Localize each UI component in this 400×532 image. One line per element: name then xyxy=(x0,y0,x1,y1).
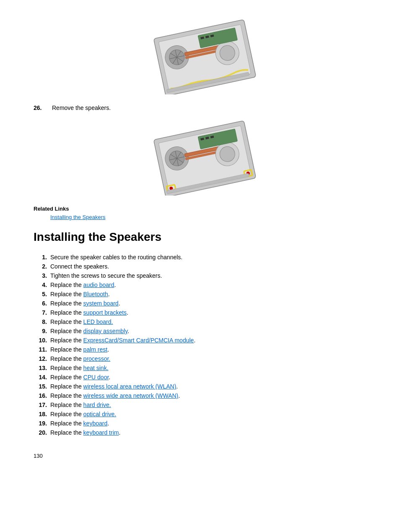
step-number: 3. xyxy=(34,272,50,279)
related-link-installing-speakers[interactable]: Installing the Speakers xyxy=(34,214,106,220)
step-number: 11. xyxy=(34,346,50,353)
step-link-processor[interactable]: processor. xyxy=(83,355,111,362)
step-number: 20. xyxy=(34,429,50,436)
step-link-keyboard[interactable]: keyboard xyxy=(83,420,108,427)
list-item: 15.Replace the wireless local area netwo… xyxy=(34,383,366,390)
list-item: 3.Tighten the screws to secure the speak… xyxy=(34,272,366,279)
step-content: Replace the keyboard. xyxy=(50,420,366,427)
list-item: 6.Replace the system board. xyxy=(34,300,366,307)
step-number: 19. xyxy=(34,420,50,427)
step-content: Replace the keyboard trim. xyxy=(50,429,366,436)
step-number: 16. xyxy=(34,392,50,399)
step-number: 17. xyxy=(34,402,50,408)
steps-list: 1.Secure the speaker cables to the routi… xyxy=(34,254,366,436)
step-content: Replace the heat sink. xyxy=(50,365,366,371)
page-number: 130 xyxy=(34,453,366,459)
list-item: 16.Replace the wireless wide area networ… xyxy=(34,392,366,399)
step-content: Secure the speaker cables to the routing… xyxy=(50,254,366,261)
step-content: Replace the wireless local area network … xyxy=(50,383,366,390)
list-item: 14.Replace the CPU door. xyxy=(34,374,366,381)
step-number: 1. xyxy=(34,254,50,261)
list-item: 20.Replace the keyboard trim. xyxy=(34,429,366,436)
step-content: Replace the system board. xyxy=(50,300,366,307)
list-item: 12.Replace the processor. xyxy=(34,355,366,362)
step-link-hard_drive[interactable]: hard drive. xyxy=(83,402,111,408)
list-item: 18.Replace the optical drive. xyxy=(34,411,366,417)
step-content: Replace the processor. xyxy=(50,355,366,362)
step-number: 9. xyxy=(34,328,50,334)
list-item: 7.Replace the support brackets. xyxy=(34,309,366,316)
list-item: 11.Replace the palm rest. xyxy=(34,346,366,353)
step-content: Replace the audio board. xyxy=(50,282,366,288)
step-content: Tighten the screws to secure the speaker… xyxy=(50,272,366,279)
list-item: 2.Connect the speakers. xyxy=(34,263,366,270)
step-link-cpu_door[interactable]: CPU door xyxy=(83,374,109,381)
step-link-heat_sink[interactable]: heat sink. xyxy=(83,365,109,371)
step-content: Replace the ExpressCard/Smart Card/PCMCI… xyxy=(50,337,366,344)
section-title: Installing the Speakers xyxy=(34,230,366,244)
step-link-system_board[interactable]: system board xyxy=(83,300,119,307)
step-link-led_board[interactable]: LED board. xyxy=(83,318,113,325)
first-laptop-image-container xyxy=(34,17,366,94)
list-item: 4.Replace the audio board. xyxy=(34,282,366,288)
step-content: Replace the LED board. xyxy=(50,318,366,325)
second-laptop-image xyxy=(137,118,263,196)
list-item: 9.Replace the display assembly. xyxy=(34,328,366,334)
step-content: Replace the optical drive. xyxy=(50,411,366,417)
step-number: 10. xyxy=(34,337,50,344)
step-number: 2. xyxy=(34,263,50,270)
step-number: 8. xyxy=(34,318,50,325)
step-link-display_assembly[interactable]: display assembly xyxy=(83,328,128,334)
step-content: Replace the CPU door. xyxy=(50,374,366,381)
step-number: 4. xyxy=(34,282,50,288)
second-laptop-image-container xyxy=(34,118,366,196)
step-number: 6. xyxy=(34,300,50,307)
step-content: Replace the hard drive. xyxy=(50,402,366,408)
step-number: 5. xyxy=(34,291,50,297)
step-link-optical_drive[interactable]: optical drive. xyxy=(83,411,117,417)
step-link-support_brackets[interactable]: support brackets xyxy=(83,309,127,316)
step-content: Replace the support brackets. xyxy=(50,309,366,316)
step-link-expresscard[interactable]: ExpressCard/Smart Card/PCMCIA module xyxy=(83,337,194,344)
first-laptop-image xyxy=(137,17,263,94)
list-item: 1.Secure the speaker cables to the routi… xyxy=(34,254,366,261)
step-number: 15. xyxy=(34,383,50,390)
list-item: 17.Replace the hard drive. xyxy=(34,402,366,408)
list-item: 8.Replace the LED board. xyxy=(34,318,366,325)
step-number: 7. xyxy=(34,309,50,316)
step-content: Replace the palm rest. xyxy=(50,346,366,353)
step-link-wlan[interactable]: wireless local area network (WLAN) xyxy=(83,383,177,390)
list-item: 13.Replace the heat sink. xyxy=(34,365,366,371)
step-number: 12. xyxy=(34,355,50,362)
step-content: Replace the display assembly. xyxy=(50,328,366,334)
list-item: 10.Replace the ExpressCard/Smart Card/PC… xyxy=(34,337,366,344)
step-content: Replace the wireless wide area network (… xyxy=(50,392,366,399)
step-number: 14. xyxy=(34,374,50,381)
step-number: 13. xyxy=(34,365,50,371)
related-links-label: Related Links xyxy=(34,206,366,212)
step-link-wwan[interactable]: wireless wide area network (WWAN) xyxy=(83,392,179,399)
related-links-section: Related Links Installing the Speakers xyxy=(34,206,366,220)
step-26-container: 26. Remove the speakers. xyxy=(34,104,366,111)
step-link-audio_board[interactable]: audio board xyxy=(83,282,114,288)
step-26-text: Remove the speakers. xyxy=(52,104,111,111)
step-link-bluetooth[interactable]: Bluetooth xyxy=(83,291,108,297)
step-link-palm_rest[interactable]: palm rest xyxy=(83,346,108,353)
step-26-number: 26. xyxy=(34,104,49,111)
list-item: 5.Replace the Bluetooth. xyxy=(34,291,366,297)
step-content: Replace the Bluetooth. xyxy=(50,291,366,297)
step-link-keyboard_trim[interactable]: keyboard trim xyxy=(83,429,119,436)
step-number: 18. xyxy=(34,411,50,417)
step-content: Connect the speakers. xyxy=(50,263,366,270)
related-links-link-container: Installing the Speakers xyxy=(34,214,366,220)
list-item: 19.Replace the keyboard. xyxy=(34,420,366,427)
